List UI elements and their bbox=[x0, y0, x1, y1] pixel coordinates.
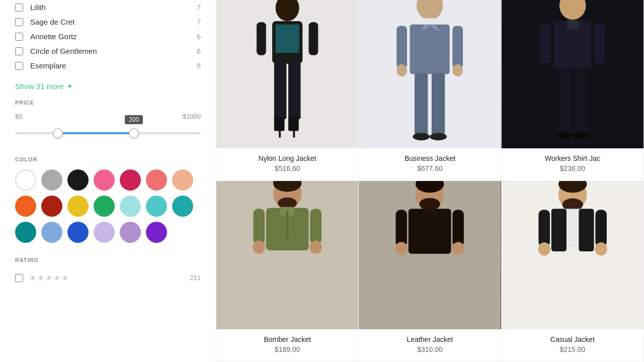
color-swatch-salmon[interactable] bbox=[146, 169, 167, 191]
five-star-display: ★ ★ ★ ★ ★ bbox=[29, 273, 68, 283]
svg-rect-5 bbox=[288, 62, 300, 119]
svg-rect-65 bbox=[538, 210, 550, 246]
color-swatch-lavender[interactable] bbox=[94, 222, 115, 243]
svg-rect-64 bbox=[579, 209, 594, 251]
color-swatch-yellow[interactable] bbox=[67, 196, 89, 217]
product-image bbox=[359, 0, 501, 148]
svg-rect-11 bbox=[309, 22, 318, 55]
svg-rect-4 bbox=[274, 62, 286, 119]
product-info: Casual Jacket $215.00 bbox=[502, 329, 643, 361]
color-swatch-light-cyan[interactable] bbox=[120, 196, 141, 217]
product-card[interactable]: Workers Shirt Jac $238.00 bbox=[502, 0, 644, 181]
svg-rect-63 bbox=[551, 209, 566, 251]
product-info: Bomber Jacket $189.00 bbox=[216, 329, 358, 361]
slider-fill bbox=[58, 132, 134, 134]
product-name: Workers Shirt Jac bbox=[510, 154, 635, 162]
svg-rect-34 bbox=[540, 23, 551, 63]
svg-rect-10 bbox=[257, 22, 266, 55]
product-card[interactable]: Casual Jacket $215.00 bbox=[502, 181, 644, 362]
color-swatch-crimson[interactable] bbox=[120, 169, 141, 191]
show-more-brands-button[interactable]: Show 31 more ▼ bbox=[15, 78, 73, 100]
product-price: $215.00 bbox=[510, 345, 635, 353]
brand-name: Lilith bbox=[30, 3, 193, 12]
svg-rect-66 bbox=[595, 210, 607, 246]
brand-checkbox[interactable] bbox=[15, 47, 23, 55]
svg-rect-35 bbox=[594, 23, 605, 63]
svg-point-57 bbox=[452, 242, 464, 255]
color-swatch-lilac[interactable] bbox=[120, 222, 141, 243]
product-card[interactable]: Leather Jacket $310.00 bbox=[359, 181, 501, 362]
slider-thumb-max[interactable]: 200 bbox=[129, 128, 139, 138]
product-card[interactable]: Bomber Jacket $189.00 bbox=[216, 181, 359, 362]
brand-count: 7 bbox=[197, 18, 201, 26]
color-swatch-peach[interactable] bbox=[172, 169, 193, 191]
svg-rect-44 bbox=[310, 209, 321, 244]
svg-point-32 bbox=[555, 132, 573, 139]
rating-5-checkbox[interactable] bbox=[15, 274, 23, 282]
brand-checkbox[interactable] bbox=[15, 33, 23, 41]
color-swatch-gray[interactable] bbox=[41, 169, 62, 191]
color-swatch-blue[interactable] bbox=[67, 222, 89, 243]
color-swatch-purple[interactable] bbox=[146, 222, 167, 243]
svg-rect-8 bbox=[279, 130, 281, 138]
svg-point-25 bbox=[453, 64, 463, 76]
star-2: ★ bbox=[37, 273, 44, 283]
svg-point-68 bbox=[595, 242, 607, 255]
product-image bbox=[216, 0, 358, 148]
color-swatch-black[interactable] bbox=[67, 169, 89, 191]
svg-rect-15 bbox=[410, 25, 450, 74]
slider-thumb-min[interactable] bbox=[53, 128, 63, 138]
product-price: $310.00 bbox=[367, 345, 493, 353]
svg-rect-30 bbox=[557, 67, 571, 133]
color-swatch-medium-cyan[interactable] bbox=[146, 196, 167, 217]
color-swatch-dark-red[interactable] bbox=[41, 196, 62, 217]
color-swatch-white[interactable] bbox=[15, 169, 36, 191]
color-swatch-hot-pink[interactable] bbox=[94, 169, 115, 191]
color-swatch-dark-teal[interactable] bbox=[15, 222, 36, 243]
product-info: Nylon Long Jacket $516.60 bbox=[216, 148, 358, 180]
brand-name: Sage de Cret bbox=[30, 18, 193, 26]
product-info: Business Jacket $677.60 bbox=[359, 148, 501, 180]
brand-checkbox[interactable] bbox=[15, 4, 23, 12]
product-image bbox=[359, 181, 501, 329]
show-more-label: Show 31 more bbox=[15, 82, 64, 90]
color-swatch-teal[interactable] bbox=[172, 196, 193, 217]
svg-point-21 bbox=[430, 133, 447, 140]
brand-name: Circle of Gentlemen bbox=[30, 47, 193, 55]
chevron-down-icon: ▼ bbox=[67, 83, 73, 90]
color-swatch-orange[interactable] bbox=[15, 196, 36, 217]
brand-item: Sage de Cret 7 bbox=[15, 15, 201, 29]
color-swatch-light-blue[interactable] bbox=[41, 222, 62, 243]
brand-count: 6 bbox=[197, 62, 201, 70]
brand-item: Circle of Gentlemen 6 bbox=[15, 44, 201, 58]
price-slider[interactable]: 200 bbox=[15, 124, 201, 142]
product-grid: Nylon Long Jacket $516.60 bbox=[216, 0, 644, 362]
star-4: ★ bbox=[53, 273, 60, 283]
brand-checkbox[interactable] bbox=[15, 18, 23, 26]
svg-rect-3 bbox=[276, 25, 299, 53]
product-card[interactable]: Nylon Long Jacket $516.60 bbox=[216, 0, 359, 181]
color-swatch-green[interactable] bbox=[94, 196, 115, 217]
svg-point-50 bbox=[420, 198, 440, 210]
product-info: Workers Shirt Jac $238.00 bbox=[502, 148, 643, 180]
product-image bbox=[502, 0, 643, 148]
svg-rect-23 bbox=[453, 26, 463, 69]
product-name: Business Jacket bbox=[367, 154, 493, 162]
svg-rect-19 bbox=[432, 73, 445, 135]
product-name: Leather Jacket bbox=[367, 335, 493, 343]
svg-rect-22 bbox=[397, 26, 408, 69]
product-card[interactable]: Business Jacket $677.60 bbox=[359, 0, 501, 181]
product-image bbox=[502, 181, 643, 329]
brand-count: 6 bbox=[197, 47, 201, 55]
star-3: ★ bbox=[45, 273, 52, 283]
product-name: Nylon Long Jacket bbox=[224, 154, 350, 162]
star-5: ★ bbox=[61, 273, 68, 283]
svg-point-20 bbox=[413, 133, 430, 140]
color-filter-section: COLOR bbox=[15, 156, 201, 243]
product-price: $238.00 bbox=[510, 164, 635, 172]
brand-item: Annette Gortz 6 bbox=[15, 29, 201, 44]
color-swatch-grid bbox=[15, 169, 201, 243]
product-image bbox=[216, 181, 358, 329]
brand-checkbox[interactable] bbox=[15, 62, 23, 70]
svg-rect-51 bbox=[409, 209, 451, 253]
